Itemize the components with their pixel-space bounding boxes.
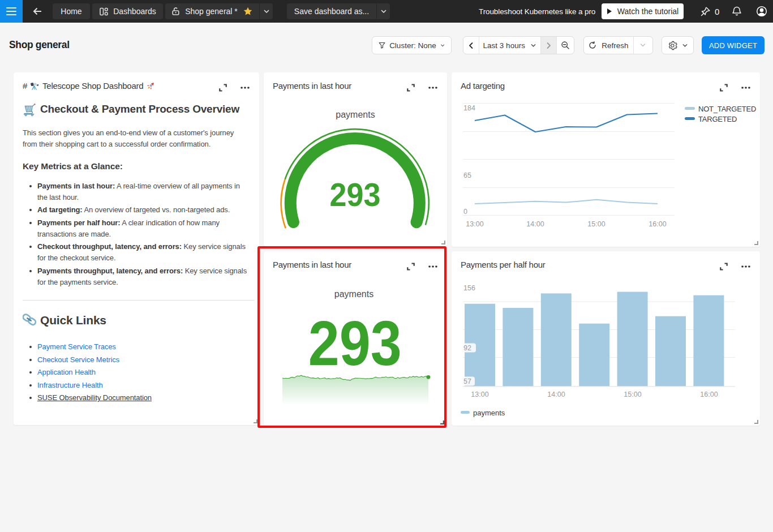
svg-text:14:00: 14:00 — [547, 391, 565, 398]
svg-text:293: 293 — [330, 177, 381, 213]
svg-text:293: 293 — [308, 308, 402, 379]
svg-text:65: 65 — [463, 171, 471, 179]
svg-text:92: 92 — [463, 344, 471, 352]
svg-text:0: 0 — [463, 208, 467, 216]
svg-text:16:00: 16:00 — [700, 391, 718, 398]
svg-text:payments: payments — [473, 409, 505, 417]
svg-text:57: 57 — [463, 377, 471, 385]
svg-text:13:00: 13:00 — [466, 220, 483, 228]
svg-text:15:00: 15:00 — [587, 220, 605, 228]
svg-text:14:00: 14:00 — [526, 220, 544, 228]
svg-text:184: 184 — [463, 104, 475, 112]
svg-text:156: 156 — [463, 284, 475, 292]
svg-text:NOT_TARGETED: NOT_TARGETED — [698, 105, 756, 113]
svg-text:TARGETED: TARGETED — [698, 115, 737, 123]
svg-text:15:00: 15:00 — [624, 391, 641, 398]
svg-text:16:00: 16:00 — [649, 220, 666, 228]
svg-text:13:00: 13:00 — [471, 391, 488, 398]
